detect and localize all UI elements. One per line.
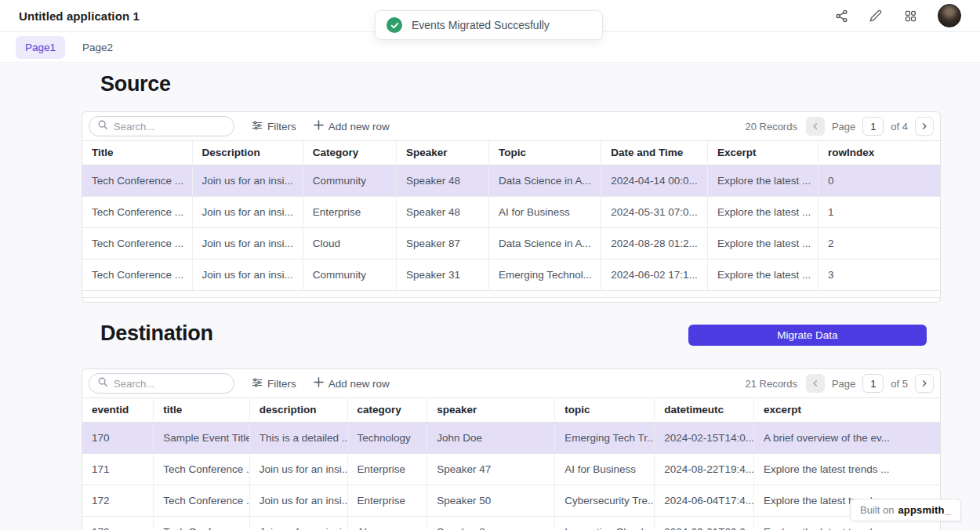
table-cell[interactable]: John Doe (427, 422, 555, 453)
table-cell[interactable]: Innovative Cloud... (555, 516, 655, 530)
table-cell[interactable]: Enterprise (347, 485, 427, 516)
table-row[interactable]: Tech Conference ...Join us for an insi..… (82, 227, 940, 259)
table-cell[interactable]: 3 (818, 259, 940, 290)
column-header[interactable]: Date and Time (601, 141, 708, 165)
prev-page-button[interactable] (806, 374, 825, 393)
table-cell[interactable]: Explore the latest trends ... (754, 453, 940, 485)
table-cell[interactable]: AI for Business (555, 453, 655, 485)
column-header[interactable]: description (249, 398, 347, 422)
table-cell[interactable]: Speaker 50 (427, 485, 555, 516)
add-new-row-button[interactable]: Add new row (314, 377, 390, 390)
column-header[interactable]: Speaker (396, 141, 488, 165)
column-header[interactable]: topic (555, 398, 655, 422)
table-cell[interactable]: Emerging Tech Tr... (555, 422, 655, 453)
column-header[interactable]: Description (192, 141, 303, 165)
table-cell[interactable]: Cybersecurity Tre... (555, 485, 655, 516)
table-row[interactable]: 170Sample Event TitleThis is a detailed … (82, 422, 940, 453)
table-cell[interactable]: Tech Conference ... (154, 485, 250, 516)
table-cell[interactable]: Speaker 8 (427, 516, 555, 530)
column-header[interactable]: excerpt (754, 398, 940, 422)
table-cell[interactable]: Explore the latest ... (707, 259, 818, 290)
table-cell[interactable]: 2024-06-04T17:4... (655, 485, 754, 516)
user-avatar[interactable] (938, 4, 961, 27)
table-cell[interactable]: Tech Conference ... (154, 453, 250, 485)
page-number-input[interactable] (862, 374, 884, 393)
table-row[interactable]: Tech Conference ...Join us for an insi..… (82, 196, 940, 227)
table-cell[interactable]: Join us for an insi... (249, 453, 347, 485)
next-page-button[interactable] (915, 374, 934, 393)
column-header[interactable]: eventid (82, 398, 154, 422)
table-search[interactable] (89, 116, 234, 136)
column-header[interactable]: Category (303, 141, 396, 165)
table-cell[interactable]: Speaker 48 (396, 196, 488, 227)
table-cell[interactable]: Join us for an insi... (249, 485, 347, 516)
table-cell[interactable]: Tech Conference ... (82, 196, 192, 227)
table-cell[interactable]: Tech Conference ... (82, 165, 192, 196)
table-cell[interactable]: Tech Conference ... (82, 227, 192, 259)
table-cell[interactable]: 2024-04-14 00:0... (601, 165, 708, 196)
page-number-input[interactable] (862, 117, 884, 136)
table-row[interactable]: Tech Conference ...Join us for an insi..… (82, 165, 940, 196)
table-cell[interactable]: 2024-02-15T14:0... (655, 422, 754, 453)
table-cell[interactable]: 1 (818, 196, 940, 227)
column-header[interactable]: datetimeutc (655, 398, 754, 422)
filters-button[interactable]: Filters (252, 120, 296, 133)
column-header[interactable]: title (154, 398, 250, 422)
table-search[interactable] (89, 373, 234, 394)
table-cell[interactable]: Speaker 87 (396, 227, 488, 259)
table-cell[interactable]: Tech Conference ... (154, 516, 250, 530)
table-cell[interactable]: 2024-05-31 07:0... (601, 196, 708, 227)
table-cell[interactable]: Join us for an insi... (249, 516, 347, 530)
table-cell[interactable]: AI (347, 516, 427, 530)
table-row[interactable]: 173Tech Conference ...Join us for an ins… (82, 516, 940, 530)
next-page-button[interactable] (915, 117, 934, 136)
prev-page-button[interactable] (806, 117, 825, 136)
table-cell[interactable]: Speaker 48 (396, 165, 488, 196)
column-header[interactable]: Topic (489, 141, 601, 165)
table-row[interactable]: 172Tech Conference ...Join us for an ins… (82, 485, 940, 516)
table-cell[interactable]: Speaker 31 (396, 259, 488, 290)
table-cell[interactable]: A brief overview of the ev... (754, 422, 940, 453)
table-cell[interactable]: 2024-09-01T00:0... (655, 516, 754, 530)
table-cell[interactable]: 2024-08-28 01:2... (601, 227, 708, 259)
table-row[interactable]: Tech Conference ...Join us for an insi..… (82, 259, 940, 290)
column-header[interactable]: category (347, 398, 427, 422)
table-cell[interactable]: Join us for an insi... (192, 227, 303, 259)
table-cell[interactable]: Cloud (303, 227, 396, 259)
column-header[interactable]: Excerpt (707, 141, 818, 165)
table-cell[interactable]: Sample Event Title (154, 422, 250, 453)
table-cell[interactable]: Explore the latest ... (707, 165, 818, 196)
table-cell[interactable]: Enterprise (303, 196, 396, 227)
table-cell[interactable]: Data Science in A... (489, 227, 601, 259)
table-cell[interactable]: 171 (82, 453, 154, 485)
table-cell[interactable]: 172 (82, 485, 154, 516)
filters-button[interactable]: Filters (252, 377, 296, 390)
edit-icon[interactable] (869, 9, 883, 23)
table-cell[interactable]: Tech Conference ... (82, 259, 192, 290)
table-row[interactable]: 171Tech Conference ...Join us for an ins… (82, 453, 940, 485)
tab-page2[interactable]: Page2 (73, 36, 122, 59)
table-cell[interactable]: Join us for an insi... (192, 259, 303, 290)
table-cell[interactable]: Emerging Technol... (489, 259, 601, 290)
add-new-row-button[interactable]: Add new row (314, 120, 390, 132)
column-header[interactable]: rowIndex (818, 141, 940, 165)
table-cell[interactable]: Join us for an insi... (192, 196, 303, 227)
table-cell[interactable]: Community (303, 165, 396, 196)
search-input[interactable] (114, 121, 226, 132)
table-cell[interactable]: Explore the latest ... (707, 227, 818, 259)
table-cell[interactable]: Join us for an insi... (192, 165, 303, 196)
column-header[interactable]: speaker (427, 398, 555, 422)
table-cell[interactable]: Community (303, 259, 396, 290)
built-on-appsmith-badge[interactable]: Built on appsmith _ (850, 499, 961, 521)
apps-grid-icon[interactable] (903, 9, 917, 23)
table-cell[interactable]: Explore the latest ... (707, 196, 818, 227)
column-header[interactable]: Title (82, 141, 192, 165)
table-cell[interactable]: Technology (347, 422, 427, 453)
table-cell[interactable]: 170 (82, 422, 154, 453)
table-cell[interactable]: 0 (818, 165, 940, 196)
table-cell[interactable]: Speaker 47 (427, 453, 555, 485)
table-cell[interactable]: Enterprise (347, 453, 427, 485)
tab-page1[interactable]: Page1 (16, 36, 65, 59)
search-input[interactable] (114, 378, 226, 390)
table-cell[interactable]: AI for Business (489, 196, 601, 227)
